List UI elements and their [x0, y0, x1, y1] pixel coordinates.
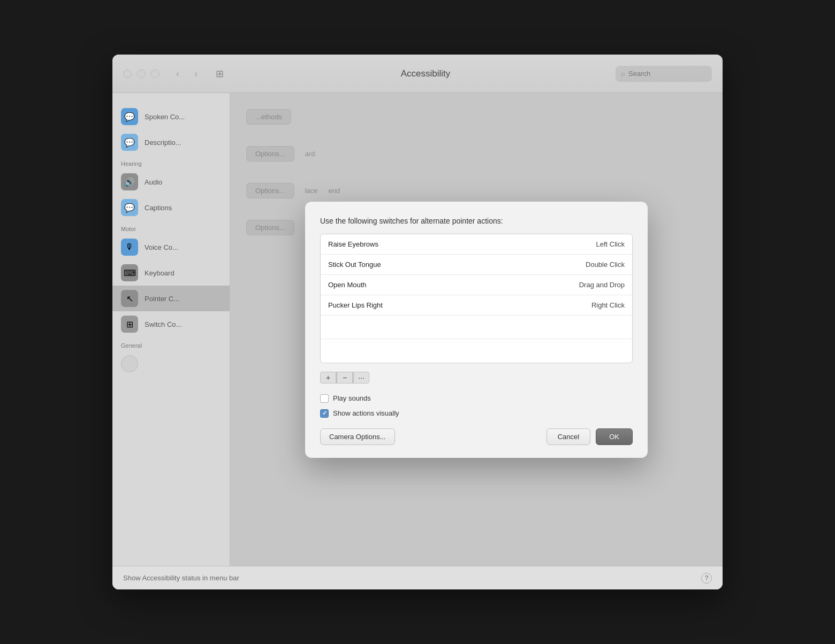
switch-icon: ⊞ [121, 316, 138, 333]
fullscreen-button[interactable] [151, 70, 160, 78]
search-box[interactable]: ⌕ [616, 66, 712, 82]
audio-icon: 🔊 [121, 173, 138, 190]
close-button[interactable] [123, 70, 132, 78]
sidebar-item-switch[interactable]: ⊞ Switch Co... [112, 311, 230, 337]
sidebar-item-pointer[interactable]: ↖ Pointer C... [112, 286, 230, 311]
grid-view-button[interactable]: ⊞ [212, 66, 227, 81]
sidebar-item-audio[interactable]: 🔊 Audio [112, 169, 230, 195]
sidebar-item-keyboard[interactable]: ⌨ Keyboard [112, 260, 230, 286]
switches-table: Raise Eyebrows Left Click Stick Out Tong… [320, 234, 633, 363]
forward-button[interactable]: › [188, 66, 203, 81]
main-window: ‹ › ⊞ Accessibility ⌕ 💬 Spoken Co... 💬 D… [112, 55, 723, 589]
main-content: ...ethods Options... ard Options... lace… [230, 93, 723, 566]
more-options-button[interactable]: ··· [353, 372, 369, 384]
modal-buttons: Camera Options... Cancel OK [320, 428, 633, 445]
switch-result-raise-eyebrows: Left Click [596, 240, 625, 248]
switch-row-raise-eyebrows[interactable]: Raise Eyebrows Left Click [321, 234, 632, 255]
minimize-button[interactable] [137, 70, 146, 78]
switch-result-pucker-lips: Right Click [591, 301, 625, 309]
spoken-icon: 💬 [121, 108, 138, 125]
voice-control-icon: 🎙 [121, 239, 138, 256]
sidebar-label-audio: Audio [145, 178, 162, 186]
sidebar-label-spoken: Spoken Co... [145, 113, 185, 121]
modal-overlay: Use the following switches for alternate… [230, 93, 723, 566]
sidebar-item-captions[interactable]: 💬 Captions [112, 195, 230, 220]
add-switch-button[interactable]: + [320, 372, 336, 384]
status-bar: Show Accessibility status in menu bar ? [112, 566, 723, 589]
status-text: Show Accessibility status in menu bar [123, 574, 701, 582]
switch-row-empty-1 [321, 316, 632, 339]
back-button[interactable]: ‹ [170, 66, 185, 81]
keyboard-icon: ⌨ [121, 264, 138, 281]
switch-result-stick-tongue: Double Click [586, 260, 625, 269]
modal-dialog: Use the following switches for alternate… [305, 202, 648, 458]
camera-options-button[interactable]: Camera Options... [320, 428, 395, 445]
show-actions-checkbox[interactable] [320, 409, 329, 418]
sidebar-label-keyboard: Keyboard [145, 269, 174, 277]
content-area: 💬 Spoken Co... 💬 Descriptio... Hearing 🔊… [112, 93, 723, 566]
table-controls: + − ··· [320, 372, 633, 384]
switch-action-open-mouth: Open Mouth [328, 281, 579, 289]
search-input[interactable] [628, 70, 707, 78]
sidebar-item-voice-control[interactable]: 🎙 Voice Co... [112, 234, 230, 260]
remove-switch-button[interactable]: − [337, 372, 353, 384]
switch-result-open-mouth: Drag and Drop [579, 281, 625, 289]
sidebar-label-switch: Switch Co... [145, 320, 181, 328]
sidebar-item-general[interactable] [112, 351, 230, 377]
play-sounds-row: Play sounds [320, 394, 633, 403]
sidebar-label-captions: Captions [145, 204, 172, 212]
switch-row-pucker-lips[interactable]: Pucker Lips Right Right Click [321, 295, 632, 316]
show-actions-row: Show actions visually [320, 409, 633, 418]
help-button[interactable]: ? [701, 573, 712, 584]
switch-row-open-mouth[interactable]: Open Mouth Drag and Drop [321, 275, 632, 295]
sidebar-label-pointer: Pointer C... [145, 295, 179, 303]
general-icon [121, 355, 138, 372]
switch-action-pucker-lips: Pucker Lips Right [328, 301, 591, 309]
traffic-lights [123, 70, 160, 78]
captions-icon: 💬 [121, 199, 138, 216]
sidebar-label-voice-control: Voice Co... [145, 243, 178, 251]
sidebar-label-descriptions: Descriptio... [145, 139, 181, 147]
sidebar: 💬 Spoken Co... 💬 Descriptio... Hearing 🔊… [112, 93, 230, 566]
modal-title: Use the following switches for alternate… [320, 217, 633, 225]
titlebar: ‹ › ⊞ Accessibility ⌕ [112, 55, 723, 93]
switch-action-raise-eyebrows: Raise Eyebrows [328, 240, 596, 248]
ok-button[interactable]: OK [596, 428, 633, 445]
descriptions-icon: 💬 [121, 134, 138, 151]
motor-section-label: Motor [112, 220, 230, 234]
nav-buttons: ‹ › [170, 66, 203, 81]
sidebar-item-spoken[interactable]: 💬 Spoken Co... [112, 104, 230, 129]
search-icon: ⌕ [621, 70, 625, 78]
modal-action-buttons: Cancel OK [546, 428, 633, 445]
switch-row-stick-tongue[interactable]: Stick Out Tongue Double Click [321, 255, 632, 275]
window-title: Accessibility [236, 68, 616, 79]
sidebar-item-descriptions[interactable]: 💬 Descriptio... [112, 129, 230, 155]
switch-row-empty-2 [321, 339, 632, 363]
switch-action-stick-tongue: Stick Out Tongue [328, 260, 586, 269]
play-sounds-label: Play sounds [333, 394, 371, 402]
show-actions-label: Show actions visually [333, 409, 399, 417]
pointer-icon: ↖ [121, 290, 138, 307]
play-sounds-checkbox[interactable] [320, 394, 329, 403]
hearing-section-label: Hearing [112, 155, 230, 169]
cancel-button[interactable]: Cancel [546, 428, 590, 445]
general-section-label: General [112, 337, 230, 351]
